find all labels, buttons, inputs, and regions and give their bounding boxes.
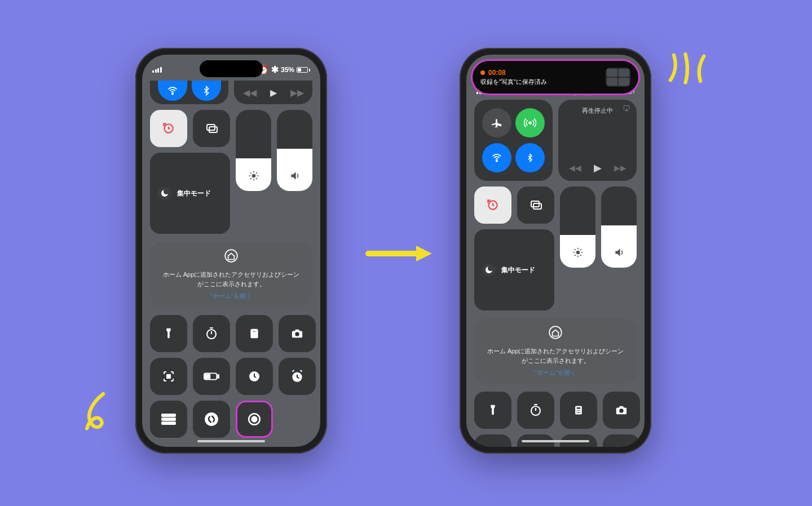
phone-screen-after: 00:08 収録を"写真"に保存済み ◎ ⏰ ✱ 35% <box>466 55 645 447</box>
recording-dot-icon <box>480 70 485 75</box>
bluetooth-button[interactable] <box>515 143 545 172</box>
recording-saved-banner[interactable]: 00:08 収録を"写真"に保存済み <box>471 59 640 95</box>
doodle-squiggle-icon <box>68 389 118 440</box>
home-app-tile[interactable]: ホーム Appに追加されたアクセサリおよびシーンがここに表示されます。 "ホーム… <box>474 318 637 384</box>
phone-after: 00:08 収録を"写真"に保存済み ◎ ⏰ ✱ 35% <box>460 48 651 454</box>
volume-icon <box>614 247 625 261</box>
home-indicator[interactable] <box>197 440 265 442</box>
svg-rect-37 <box>577 407 581 409</box>
calculator-button[interactable] <box>236 315 273 352</box>
wifi-button[interactable] <box>482 143 511 172</box>
next-track-icon[interactable]: ▶▶ <box>614 163 626 172</box>
home-app-text: ホーム Appに追加されたアクセサリおよびシーンがここに表示されます。 <box>160 270 302 288</box>
next-track-icon[interactable]: ▶▶ <box>290 87 304 98</box>
brightness-icon <box>248 170 259 184</box>
svg-point-28 <box>529 122 531 124</box>
svg-point-42 <box>578 412 579 413</box>
svg-point-40 <box>580 410 581 411</box>
rotation-lock-button[interactable] <box>150 110 187 147</box>
svg-point-39 <box>578 410 579 411</box>
action-buttons-grid <box>150 315 312 438</box>
airplay-icon[interactable] <box>622 104 631 114</box>
svg-point-29 <box>496 160 497 161</box>
shazam-button[interactable] <box>193 401 230 438</box>
camera-button[interactable] <box>603 392 640 429</box>
svg-point-11 <box>255 334 257 335</box>
svg-point-33 <box>576 251 580 255</box>
flashlight-button[interactable] <box>474 392 511 429</box>
prev-track-icon[interactable]: ◀◀ <box>243 87 257 98</box>
alarm-button[interactable] <box>279 358 316 395</box>
focus-mode-label: 集中モード <box>177 189 211 198</box>
recording-saved-message: 収録を"写真"に保存済み <box>480 78 547 86</box>
home-app-tile[interactable]: ホーム Appに追加されたアクセサリおよびシーンがここに表示されます。 "ホーム… <box>150 242 312 307</box>
svg-point-12 <box>253 335 254 336</box>
media-status-label: 再生停止中 <box>582 106 613 115</box>
brightness-slider[interactable] <box>236 110 271 191</box>
recording-thumbnail[interactable] <box>606 68 630 87</box>
wifi-icon[interactable] <box>158 81 187 101</box>
low-power-button[interactable] <box>193 358 230 395</box>
svg-point-43 <box>580 412 581 413</box>
svg-rect-24 <box>161 421 176 425</box>
prev-track-icon[interactable]: ◀◀ <box>569 163 581 172</box>
svg-point-5 <box>225 250 237 262</box>
qr-code-button[interactable] <box>150 358 187 395</box>
home-indicator[interactable] <box>522 440 589 442</box>
rotation-lock-button[interactable] <box>474 187 511 224</box>
control-center: ◀◀ ▶ ▶▶ <box>142 81 320 446</box>
alarm-button[interactable] <box>603 434 640 447</box>
svg-rect-8 <box>253 331 257 332</box>
connectivity-tile-partial[interactable] <box>150 81 228 104</box>
media-tile-partial[interactable]: ◀◀ ▶ ▶▶ <box>234 81 312 104</box>
qr-code-button[interactable] <box>474 434 511 447</box>
phone-before: ◎ ⏰ ✱ 35% ◀◀ <box>135 48 327 454</box>
media-tile[interactable]: 再生停止中 ◀◀ ▶ ▶▶ <box>558 100 637 181</box>
timer-button[interactable] <box>193 315 230 352</box>
focus-mode-button[interactable]: 集中モード <box>474 229 554 310</box>
svg-rect-16 <box>167 375 170 378</box>
cellular-data-button[interactable] <box>515 108 545 137</box>
battery-percent: 35% <box>281 66 294 74</box>
svg-point-25 <box>205 412 218 426</box>
cellular-signal-icon <box>152 67 162 73</box>
home-app-link[interactable]: "ホーム"を開く <box>210 292 252 300</box>
home-app-link[interactable]: "ホーム"を開く <box>535 369 576 377</box>
volume-slider[interactable] <box>601 187 637 268</box>
svg-rect-18 <box>218 375 219 378</box>
recording-time-label: 00:08 <box>480 69 547 77</box>
volume-slider[interactable] <box>277 110 312 191</box>
svg-point-13 <box>254 335 255 336</box>
svg-point-15 <box>295 332 299 336</box>
clock-button[interactable] <box>236 358 273 395</box>
svg-point-44 <box>619 409 623 412</box>
arrow-indicator <box>365 242 433 265</box>
svg-point-14 <box>255 335 257 336</box>
connectivity-tile[interactable] <box>474 100 553 181</box>
play-icon[interactable]: ▶ <box>594 162 602 174</box>
focus-mode-button[interactable]: 集中モード <box>150 153 230 234</box>
airplane-mode-button[interactable] <box>482 108 511 137</box>
svg-point-34 <box>549 326 562 339</box>
timer-button[interactable] <box>517 392 554 429</box>
action-buttons-grid <box>474 392 637 447</box>
svg-point-27 <box>252 417 257 422</box>
svg-rect-19 <box>205 374 210 378</box>
play-icon[interactable]: ▶ <box>270 87 277 98</box>
moon-icon <box>158 187 171 200</box>
control-center: 再生停止中 ◀◀ ▶ ▶▶ <box>466 100 645 447</box>
screen-record-button[interactable] <box>236 401 273 438</box>
screen-mirror-button[interactable] <box>517 187 554 224</box>
doodle-sparkle-icon <box>663 45 713 90</box>
home-icon <box>548 325 563 343</box>
bluetooth-icon[interactable] <box>192 81 221 101</box>
home-app-text: ホーム Appに追加されたアクセサリおよびシーンがここに表示されます。 <box>484 347 626 365</box>
camera-button[interactable] <box>279 315 316 352</box>
home-icon <box>224 248 239 267</box>
moon-icon <box>482 263 496 277</box>
brightness-slider[interactable] <box>560 187 595 268</box>
calculator-button[interactable] <box>560 392 597 429</box>
flashlight-button[interactable] <box>150 315 187 352</box>
screen-mirror-button[interactable] <box>193 110 230 147</box>
wallet-button[interactable] <box>150 401 187 438</box>
